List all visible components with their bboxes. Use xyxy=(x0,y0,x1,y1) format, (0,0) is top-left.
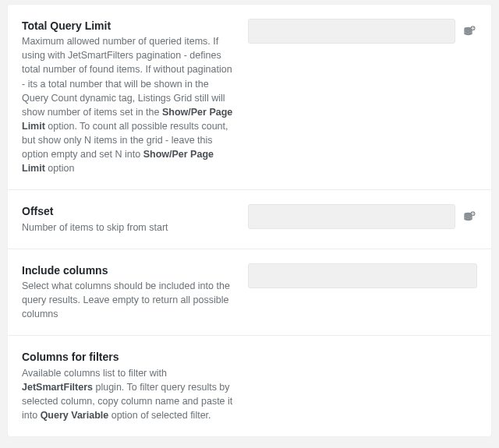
row-include-columns: Include columns Select what columns shou… xyxy=(8,249,491,337)
desc-bold: Query Variable xyxy=(41,410,109,421)
input-wrap xyxy=(248,204,455,229)
field-desc: Maximum allowed number of queried items.… xyxy=(22,34,234,175)
settings-panel: Total Query Limit Maximum allowed number… xyxy=(8,5,491,436)
field-control-block xyxy=(248,263,477,322)
desc-text: option xyxy=(45,163,75,174)
field-title: Columns for filters xyxy=(22,350,234,364)
field-label-block: Include columns Select what columns shou… xyxy=(22,263,248,322)
field-control-block xyxy=(248,204,477,234)
row-offset: Offset Number of items to skip from star… xyxy=(8,190,491,249)
field-title: Total Query Limit xyxy=(22,19,234,33)
field-label-block: Offset Number of items to skip from star… xyxy=(22,204,248,234)
field-title: Offset xyxy=(22,204,234,218)
dynamic-tags-icon[interactable] xyxy=(462,204,477,229)
field-desc: Select what columns should be included i… xyxy=(22,279,234,321)
offset-input[interactable] xyxy=(248,204,455,229)
desc-text: Available columns list to filter with xyxy=(22,368,167,379)
field-label-block: Total Query Limit Maximum allowed number… xyxy=(22,19,248,175)
field-desc: Available columns list to filter with Je… xyxy=(22,366,234,423)
row-total-query-limit: Total Query Limit Maximum allowed number… xyxy=(8,5,491,190)
field-desc: Number of items to skip from start xyxy=(22,220,234,235)
dynamic-tags-icon[interactable] xyxy=(462,19,477,44)
desc-text: option of selected filter. xyxy=(108,410,211,421)
row-columns-for-filters: Columns for filters Available columns li… xyxy=(8,336,491,436)
field-label-block: Columns for filters Available columns li… xyxy=(22,350,248,422)
input-wrap xyxy=(248,263,477,288)
include-columns-input[interactable] xyxy=(248,263,477,288)
field-control-block xyxy=(248,19,477,175)
input-wrap xyxy=(248,19,455,44)
total-query-limit-input[interactable] xyxy=(248,19,455,44)
field-control-block xyxy=(248,350,477,422)
desc-bold: JetSmartFilters xyxy=(22,382,93,393)
desc-text: Maximum allowed number of queried items.… xyxy=(22,36,232,118)
field-title: Include columns xyxy=(22,263,234,277)
